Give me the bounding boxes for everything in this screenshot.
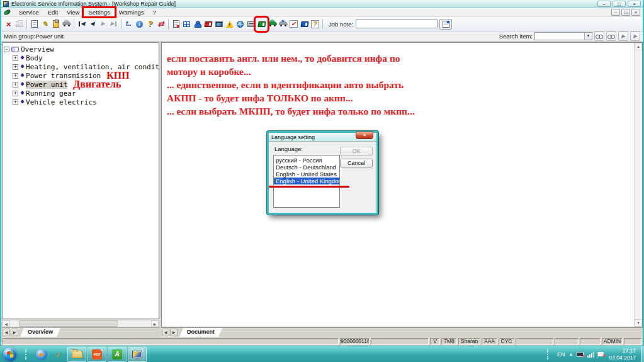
vehicle-icon[interactable]	[61, 18, 72, 30]
mdi-restore-button[interactable]: □	[621, 9, 630, 16]
tray-time: 17:17	[609, 348, 636, 354]
language-option-english-uk[interactable]: English - United Kingdom	[274, 178, 339, 184]
network-signal-icon[interactable]	[587, 351, 594, 358]
goto-forward-icon[interactable]: ▶	[618, 31, 628, 41]
search-item-combobox[interactable]: ▼	[534, 32, 592, 40]
tree-item-power-unit[interactable]: + ♦ Power unit Двигатель	[4, 80, 159, 89]
tray-date: 03.04.2017	[609, 354, 636, 361]
search-item-input[interactable]	[535, 33, 584, 40]
start-button[interactable]	[3, 348, 17, 361]
mdi-close-button[interactable]: ×	[631, 9, 640, 16]
checklist-icon[interactable]: ✓	[288, 18, 299, 30]
tab-next-icon[interactable]: ▶	[170, 329, 178, 336]
collapse-icon[interactable]: -	[4, 47, 9, 52]
close-button[interactable]: ×	[628, 1, 641, 7]
music-app-icon[interactable]: ♪♪	[56, 349, 62, 359]
scroll-down-icon[interactable]: ▼	[635, 319, 642, 327]
red-book-icon[interactable]	[203, 18, 213, 30]
pdf-taskbar-button[interactable]: PDF	[88, 347, 106, 362]
media-player-icon[interactable]	[36, 349, 47, 360]
restore-button[interactable]: □	[613, 1, 626, 7]
menu-service[interactable]: Service	[14, 8, 43, 16]
car-service-icon[interactable]	[278, 18, 288, 30]
scroll-up-icon[interactable]: ▲	[635, 43, 642, 50]
menu-warnings[interactable]: Warnings	[115, 8, 149, 16]
expand-icon[interactable]: +	[13, 82, 18, 88]
scroll-right-icon[interactable]: ▶	[151, 320, 159, 327]
ok-button[interactable]: OK	[340, 147, 373, 156]
disk-icon[interactable]	[246, 18, 256, 30]
show-hidden-icons[interactable]: ▲	[569, 352, 573, 356]
horizontal-scrollbar[interactable]: ◀ ▶	[2, 320, 159, 327]
expand-icon[interactable]: +	[13, 64, 18, 70]
help-icon[interactable]: ?	[145, 18, 155, 30]
tree-item-running-gear[interactable]: + ♦ Running gear	[4, 89, 159, 98]
menu-view[interactable]: View	[62, 8, 84, 16]
expand-icon[interactable]: +	[13, 73, 18, 79]
scroll-left-icon[interactable]: ◀	[3, 320, 10, 327]
nav-first-icon[interactable]: ◀	[76, 18, 87, 30]
vertical-scrollbar[interactable]: ▲ ▼	[634, 43, 642, 327]
green-car-icon[interactable]	[267, 18, 278, 30]
language-indicator[interactable]: EN	[557, 351, 565, 358]
menu-settings[interactable]: Settings	[84, 8, 114, 16]
language-listbox[interactable]: русский - Россия Deutsch - Deutschland E…	[273, 155, 340, 208]
a-app-taskbar-button[interactable]: A	[108, 347, 127, 362]
goto-last-icon[interactable]: ▶	[630, 31, 640, 41]
info-icon[interactable]: i	[134, 18, 145, 30]
job-note-input[interactable]	[356, 20, 438, 28]
monitor-icon[interactable]	[213, 18, 224, 30]
job-note-button[interactable]	[439, 19, 452, 30]
refresh-icon[interactable]: ⇄	[155, 18, 166, 30]
nav-last-icon[interactable]: ▶	[108, 18, 119, 30]
explorer-taskbar-button[interactable]	[67, 347, 86, 362]
cancel-button[interactable]: Cancel	[340, 159, 373, 167]
paste-icon[interactable]	[50, 18, 61, 30]
new-document-icon[interactable]	[29, 18, 40, 30]
tab-document[interactable]: Document	[179, 328, 222, 337]
status-engine-code: AAA	[482, 338, 497, 345]
dialog-close-icon[interactable]: ×	[356, 132, 373, 139]
document-info-icon[interactable]	[171, 18, 181, 30]
menu-edit[interactable]: Edit	[43, 8, 62, 16]
tree-item-heating[interactable]: + ♦ Heating, ventilation, air condit:	[4, 62, 159, 71]
language-option-german[interactable]: Deutsch - Deutschland	[274, 164, 339, 171]
tab-next-icon[interactable]: ▶	[11, 329, 18, 336]
tab-overview[interactable]: Overview	[20, 328, 60, 337]
tree-item-overview[interactable]: - Overview	[4, 45, 159, 54]
exit-icon[interactable]: ×	[3, 18, 14, 30]
tree-item-vehicle-electrics[interactable]: + ♦ Vehicle electrics	[4, 98, 159, 106]
customer-icon[interactable]	[192, 18, 203, 30]
expand-icon[interactable]: +	[13, 55, 18, 61]
green-book-icon[interactable]	[256, 18, 267, 30]
search-icon[interactable]	[594, 31, 604, 41]
warning-icon[interactable]	[224, 18, 235, 30]
language-option-russian[interactable]: русский - Россия	[274, 157, 339, 164]
menu-help[interactable]: ?	[149, 8, 161, 16]
text-tool-icon[interactable]: t..	[123, 18, 134, 30]
search-next-icon[interactable]	[606, 31, 616, 41]
tree-item-body[interactable]: + ♦ Body	[4, 54, 159, 62]
help-document-icon[interactable]: ?	[310, 18, 320, 30]
minimize-button[interactable]: –	[597, 1, 611, 7]
expand-icon[interactable]: +	[13, 91, 18, 96]
tab-prev-icon[interactable]: ◀	[3, 329, 10, 336]
clock[interactable]: 17:17 03.04.2017	[609, 348, 636, 360]
nav-prev-icon[interactable]: ◀	[87, 18, 98, 30]
nav-next-icon[interactable]: ▶	[98, 18, 108, 30]
grid-view-icon[interactable]	[181, 18, 192, 30]
elsawin-taskbar-button[interactable]	[128, 347, 147, 362]
show-desktop-button[interactable]	[641, 346, 644, 362]
chevron-down-icon[interactable]: ▼	[584, 33, 592, 40]
scrollbar-thumb[interactable]	[19, 320, 118, 327]
action-center-icon[interactable]	[598, 352, 604, 356]
language-option-english-us[interactable]: English - United States	[274, 171, 339, 178]
edit-document-icon[interactable]: ✎	[40, 18, 50, 30]
display-error-tray-icon[interactable]	[577, 352, 584, 357]
catalog-icon[interactable]	[299, 18, 310, 30]
tab-prev-icon[interactable]: ◀	[162, 329, 169, 336]
expand-icon[interactable]: +	[13, 99, 18, 105]
globe-icon[interactable]	[235, 18, 246, 30]
print-icon[interactable]	[14, 18, 25, 30]
mdi-minimize-button[interactable]: –	[611, 9, 620, 16]
